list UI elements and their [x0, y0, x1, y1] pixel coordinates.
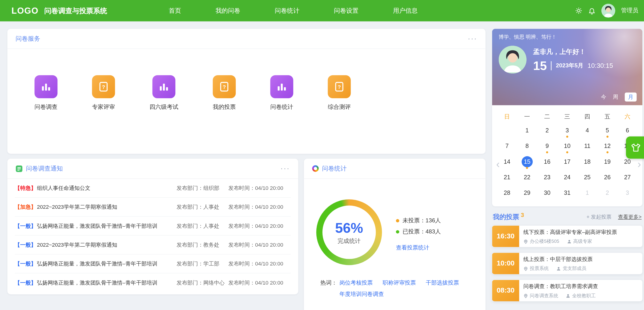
- nav-item-1[interactable]: 我的问卷: [216, 7, 240, 15]
- calendar-day-number: 7: [502, 140, 513, 151]
- calendar-day[interactable]: 1: [517, 123, 537, 138]
- person-icon: [566, 239, 572, 244]
- calendar-day[interactable]: 7: [497, 138, 517, 154]
- calendar-next-icon[interactable]: ›: [638, 159, 641, 169]
- calendar-day-number: 3: [622, 187, 633, 198]
- side-tab-button[interactable]: [626, 136, 644, 159]
- view-button-周[interactable]: 周: [613, 93, 618, 101]
- notice-dept-label: 发布部门：: [176, 223, 203, 229]
- service-tile-1[interactable]: ?专家评审: [92, 75, 115, 111]
- service-tile-3[interactable]: ?我的投票: [213, 75, 236, 111]
- completion-donut-chart: 56% 完成统计: [316, 199, 382, 265]
- user-avatar[interactable]: [498, 46, 526, 74]
- calendar-day[interactable]: 29: [517, 185, 537, 200]
- notice-time-label: 发布时间：: [228, 260, 255, 266]
- view-more-link[interactable]: 查看更多>: [618, 214, 642, 221]
- stats-card: 问卷统计 56% 完成统计 未投票：136人已投票：483人 查看投票统计: [304, 159, 485, 310]
- calendar-day[interactable]: 23: [537, 169, 557, 185]
- service-tile-label: 综合测评: [328, 104, 351, 111]
- avatar[interactable]: [602, 4, 615, 18]
- calendar-day[interactable]: 31: [557, 185, 577, 200]
- calendar-prev-icon[interactable]: ‹: [496, 159, 500, 169]
- bar-chart-icon: [270, 75, 293, 98]
- calendar-day[interactable]: 2: [598, 185, 618, 200]
- view-button-今[interactable]: 今: [601, 93, 606, 101]
- notice-dept-value: 人事处: [203, 223, 219, 229]
- notice-row[interactable]: 【特急】组织人事任命通知公文发布部门：组织部发布时间：04/10 20:00: [15, 179, 291, 198]
- votes-header: 我的投票 3 + 发起投票 查看更多>: [493, 213, 642, 222]
- calendar-day[interactable]: 14: [497, 154, 517, 169]
- hot-word-link[interactable]: 岗位考核投票: [340, 280, 372, 285]
- notice-row[interactable]: 【加急】2022~2023学年第二学期寒假通知发布部门：人事处发布时间：04/1…: [15, 198, 291, 216]
- vote-item[interactable]: 08:30问卷调查：教职工培养需求调查问卷调查系统全校教职工: [492, 280, 642, 301]
- event-dot: [546, 151, 548, 153]
- calendar-day[interactable]: 3: [618, 185, 638, 200]
- service-tile-2[interactable]: 四六级考试: [150, 75, 178, 111]
- bell-icon[interactable]: [588, 7, 596, 14]
- vote-people: 全校教职工: [572, 292, 596, 299]
- vote-meta: 问卷调查系统全校教职工: [523, 292, 638, 299]
- calendar-day-number: 21: [502, 172, 513, 183]
- calendar-day[interactable]: 26: [598, 169, 618, 185]
- right-column: 博学、慎思 明辨、笃行！ 孟非凡，上午好！ 15: [492, 29, 642, 310]
- notice-tag: 【一般】: [15, 241, 36, 248]
- event-dot: [526, 167, 528, 169]
- view-vote-stats-link[interactable]: 查看投票统计: [396, 244, 429, 251]
- ellipsis-menu-icon[interactable]: ···: [468, 35, 477, 43]
- calendar-day[interactable]: 10: [557, 138, 577, 154]
- nav-item-4[interactable]: 用户信息: [393, 7, 418, 15]
- calendar-day[interactable]: 24: [557, 169, 577, 185]
- vote-item[interactable]: 10:00线上投票：中层干部选拔投票投票系统党支部成员: [492, 253, 642, 274]
- calendar-day[interactable]: 6: [618, 123, 638, 138]
- hot-word-link[interactable]: 职称评审投票: [382, 280, 416, 285]
- calendar-day[interactable]: 4: [577, 123, 597, 138]
- notice-row[interactable]: 【一般】弘扬网络正能量，激发团队骨干激情–青年干部培训发布部门：学工部发布时间：…: [15, 254, 291, 273]
- calendar-day[interactable]: 5: [598, 123, 618, 138]
- calendar-day[interactable]: 11: [577, 138, 597, 154]
- calendar-day[interactable]: 8: [517, 138, 537, 154]
- hot-word-link[interactable]: 干部选拔投票: [426, 280, 459, 285]
- calendar-day[interactable]: 9: [537, 138, 557, 154]
- notice-row[interactable]: 【一般】弘扬网络正能量，激发团队骨干激情–青年干部培训发布部门：人事处发布时间：…: [15, 217, 291, 235]
- nav-item-0[interactable]: 首页: [169, 7, 181, 15]
- service-tile-0[interactable]: 问卷调查: [34, 75, 58, 111]
- calendar-day[interactable]: 2: [537, 123, 557, 138]
- service-tile-5[interactable]: ?综合测评: [328, 75, 351, 111]
- calendar-day[interactable]: 16: [537, 154, 557, 169]
- ellipsis-menu-icon[interactable]: ···: [280, 164, 290, 173]
- calendar-day[interactable]: 18: [577, 154, 597, 169]
- notice-row[interactable]: 【一般】2022~2023学年第二学期寒假通知发布部门：教务处发布时间：04/1…: [15, 235, 291, 254]
- day-number: 15: [533, 59, 547, 72]
- create-vote-button[interactable]: + 发起投票: [586, 214, 612, 221]
- calendar-day[interactable]: 1: [577, 185, 597, 200]
- gear-icon[interactable]: [575, 7, 582, 14]
- calendar-day[interactable]: 19: [598, 154, 618, 169]
- view-button-月[interactable]: 月: [625, 93, 637, 102]
- calendar-day[interactable]: 22: [517, 169, 537, 185]
- calendar-day[interactable]: 28: [497, 185, 517, 200]
- notice-dept: 发布部门：教务处: [176, 241, 228, 248]
- vote-item[interactable]: 16:30线下投票：高级评审专家–副高评审投票办公楼5楼505高级专家: [492, 226, 642, 247]
- notice-row[interactable]: 【一般】弘扬网络正能量，激发团队骨干激情–青年干部培训发布部门：网络中心发布时间…: [15, 273, 291, 292]
- calendar-day: [497, 123, 517, 138]
- vote-people: 高级专家: [573, 238, 592, 244]
- notice-dept-label: 发布部门：: [176, 260, 203, 266]
- calendar-day[interactable]: 15: [517, 154, 537, 169]
- nav-item-2[interactable]: 问卷统计: [275, 7, 300, 15]
- vote-meta: 投票系统党支部成员: [523, 265, 638, 272]
- notice-time: 发布时间：04/10 20:00: [228, 241, 291, 248]
- calendar-day-number: 14: [502, 156, 513, 167]
- calendar-day[interactable]: 27: [618, 169, 638, 185]
- calendar-day[interactable]: 17: [557, 154, 577, 169]
- service-tile-4[interactable]: 问卷统计: [270, 75, 293, 111]
- notice-time-label: 发布时间：: [228, 241, 255, 248]
- calendar-day[interactable]: 12: [598, 138, 618, 154]
- calendar-day[interactable]: 25: [577, 169, 597, 185]
- nav-item-3[interactable]: 问卷设置: [334, 7, 358, 15]
- hot-word-link[interactable]: 年度培训问卷调查: [340, 291, 384, 297]
- calendar-day-number: 30: [542, 187, 553, 198]
- calendar-day[interactable]: 21: [497, 169, 517, 185]
- calendar-day[interactable]: 3: [557, 123, 577, 138]
- services-card-header: 问卷服务 ···: [7, 29, 485, 49]
- calendar-day[interactable]: 30: [537, 185, 557, 200]
